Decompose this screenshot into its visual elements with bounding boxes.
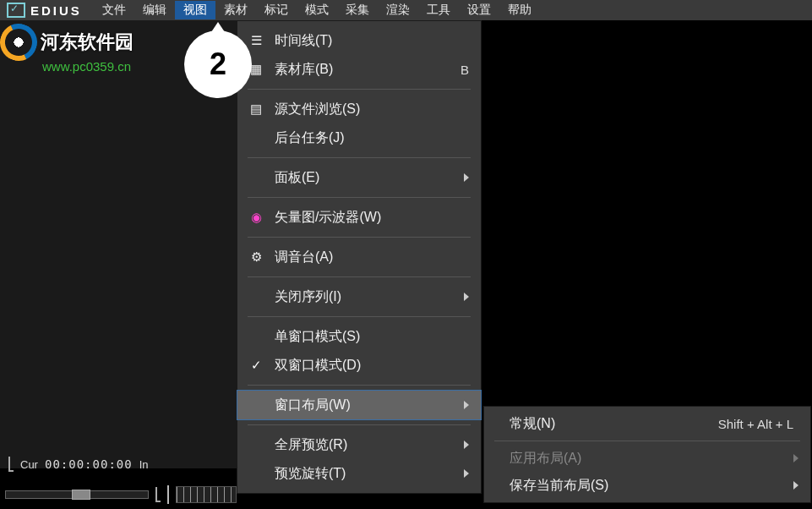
menu-capture[interactable]: 采集 <box>337 1 378 19</box>
menu-vectorscope[interactable]: ◉ 矢量图/示波器(W) <box>237 203 481 232</box>
menu-view[interactable]: 视图 <box>175 1 215 19</box>
cur-label: Cur <box>20 458 38 471</box>
menu-source-browser[interactable]: ▤ 源文件浏览(S) <box>237 95 481 123</box>
separator <box>248 276 471 277</box>
menu-file[interactable]: 文件 <box>94 1 134 19</box>
zoom-ruler[interactable] <box>176 486 237 503</box>
shuttle-slider[interactable] <box>5 490 149 499</box>
separator <box>248 157 471 158</box>
app-name: EDIUS <box>30 3 82 18</box>
separator <box>248 385 471 386</box>
submenu-save-layout[interactable]: 保存当前布局(S) <box>484 472 810 499</box>
check-icon <box>246 358 266 373</box>
menu-timeline[interactable]: ☰ 时间线(T) <box>237 26 481 55</box>
menu-render[interactable]: 渲染 <box>378 1 418 19</box>
menu-tools[interactable]: 工具 <box>418 1 459 19</box>
submenu-apply-layout: 应用布局(A) <box>484 445 810 472</box>
menu-mixer[interactable]: ⚙ 调音台(A) <box>237 243 481 271</box>
separator <box>248 197 471 198</box>
menu-window-layout[interactable]: 窗口布局(W) <box>237 391 481 419</box>
separator <box>248 237 471 238</box>
in-label: In <box>139 458 149 471</box>
app-logo-icon <box>7 3 25 18</box>
menu-help[interactable]: 帮助 <box>499 1 540 19</box>
browser-icon: ▤ <box>246 101 266 117</box>
separator <box>248 89 471 90</box>
timeline-icon: ☰ <box>246 33 266 48</box>
submenu-arrow-icon <box>464 173 469 182</box>
divider <box>167 485 169 504</box>
menu-mode[interactable]: 模式 <box>297 1 337 19</box>
menu-edit[interactable]: 编辑 <box>134 1 175 19</box>
separator <box>494 441 800 441</box>
callout-bubble: 2 <box>184 30 252 98</box>
menu-fullscreen-preview[interactable]: 全屏预览(R) <box>237 430 481 459</box>
menu-bg-tasks[interactable]: 后台任务(J) <box>237 123 481 152</box>
vectorscope-icon: ◉ <box>246 210 266 225</box>
in-marker-icon <box>8 457 14 472</box>
menu-panel[interactable]: 面板(E) <box>237 163 481 192</box>
window-layout-submenu: 常规(N) Shift + Alt + L 应用布局(A) 保存当前布局(S) <box>483 406 811 503</box>
separator <box>248 424 471 425</box>
watermark-url: www.pc0359.cn <box>42 59 134 74</box>
submenu-arrow-icon <box>793 481 798 490</box>
bottom-controls <box>5 485 237 504</box>
watermark-text: 河东软件园 <box>41 30 134 55</box>
menu-close-sequence[interactable]: 关闭序列(I) <box>237 282 481 311</box>
timecode-display: Cur 00:00:00:00 In <box>8 457 149 472</box>
watermark-logo-icon <box>0 24 37 61</box>
menu-bin[interactable]: ▦ 素材库(B) B <box>237 55 481 84</box>
menu-clip[interactable]: 素材 <box>215 1 256 19</box>
view-dropdown: ☰ 时间线(T) ▦ 素材库(B) B ▤ 源文件浏览(S) 后台任务(J) 面… <box>237 20 482 494</box>
submenu-arrow-icon <box>464 293 469 301</box>
marker-icon <box>155 487 161 502</box>
submenu-normal[interactable]: 常规(N) Shift + Alt + L <box>484 410 810 437</box>
menu-marker[interactable]: 标记 <box>256 1 297 19</box>
menubar: EDIUS 文件 编辑 视图 素材 标记 模式 采集 渲染 工具 设置 帮助 <box>0 0 812 20</box>
submenu-arrow-icon <box>464 441 469 449</box>
timecode-value: 00:00:00:00 <box>45 457 133 471</box>
menu-single-mode[interactable]: 单窗口模式(S) <box>237 322 481 351</box>
watermark: 河东软件园 www.pc0359.cn <box>0 24 134 74</box>
menu-preview-rotate[interactable]: 预览旋转(T) <box>237 459 481 488</box>
submenu-arrow-icon <box>464 401 469 409</box>
slider-thumb[interactable] <box>72 490 90 500</box>
submenu-arrow-icon <box>793 454 798 462</box>
menu-settings[interactable]: 设置 <box>459 1 499 19</box>
menu-dual-mode[interactable]: 双窗口模式(D) <box>237 351 481 380</box>
mixer-icon: ⚙ <box>246 249 266 265</box>
callout-number: 2 <box>210 47 226 82</box>
preview-panel-right <box>482 20 812 408</box>
submenu-arrow-icon <box>464 469 469 478</box>
separator <box>248 316 471 317</box>
